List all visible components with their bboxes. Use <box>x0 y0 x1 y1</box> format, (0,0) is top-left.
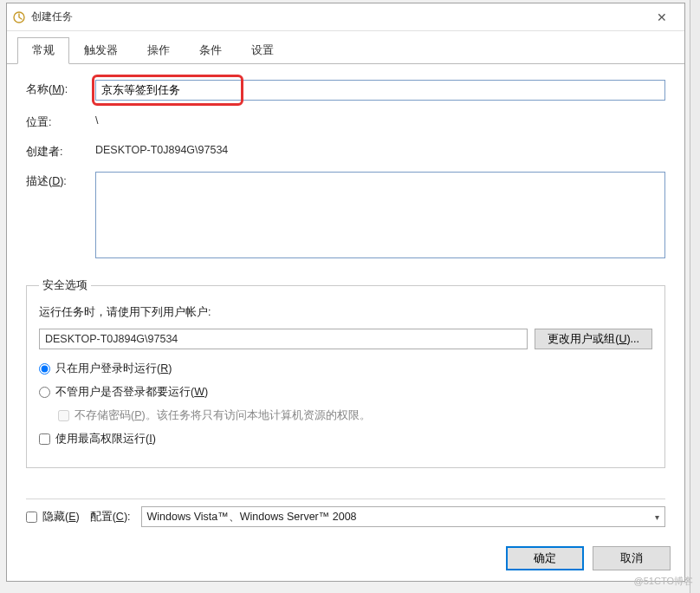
create-task-dialog: 创建任务 ✕ 常规 触发器 操作 条件 设置 名称(M): 位置: \ 创建者:… <box>6 3 685 582</box>
background-sliver <box>690 0 700 593</box>
checkbox-hidden[interactable]: 隐藏(E) <box>26 510 80 525</box>
radio-run-whether-logged-on-input[interactable] <box>39 387 50 398</box>
tab-triggers[interactable]: 触发器 <box>69 37 133 63</box>
radio-run-whether-logged-on[interactable]: 不管用户是否登录都要运行(W) <box>39 385 652 400</box>
name-input[interactable] <box>95 80 665 101</box>
security-prompt: 运行任务时，请使用下列用户帐户: <box>39 305 652 320</box>
radio-run-only-logged-on[interactable]: 只在用户登录时运行(R) <box>39 362 652 376</box>
security-legend: 安全选项 <box>39 278 91 293</box>
checkbox-highest-privileges[interactable]: 使用最高权限运行(I) <box>39 432 652 446</box>
author-label: 创建者: <box>26 142 95 160</box>
tab-actions[interactable]: 操作 <box>133 37 185 63</box>
checkbox-hidden-input[interactable] <box>26 512 37 523</box>
tab-conditions[interactable]: 条件 <box>185 37 237 63</box>
close-button[interactable]: ✕ <box>645 10 679 24</box>
tab-content-general: 名称(M): 位置: \ 创建者: DESKTOP-T0J894G\97534 … <box>7 64 684 536</box>
tab-bar: 常规 触发器 操作 条件 设置 <box>7 31 684 64</box>
clock-icon <box>12 10 26 24</box>
name-label: 名称(M): <box>26 80 95 97</box>
ok-button[interactable]: 确定 <box>506 546 584 570</box>
window-title: 创建任务 <box>31 10 645 24</box>
radio-run-only-logged-on-input[interactable] <box>39 363 50 375</box>
run-as-account: DESKTOP-T0J894G\97534 <box>39 329 528 349</box>
checkbox-do-not-store-password: 不存储密码(P)。该任务将只有访问本地计算机资源的权限。 <box>58 408 652 423</box>
dialog-footer: 确定 取消 <box>7 536 684 581</box>
chevron-down-icon: ▾ <box>655 512 659 522</box>
checkbox-do-not-store-password-input <box>58 410 69 421</box>
checkbox-highest-privileges-input[interactable] <box>39 433 50 445</box>
watermark: @51CTO博客 <box>634 575 693 588</box>
location-label: 位置: <box>26 113 95 130</box>
configure-for-label: 配置(C): <box>90 510 131 525</box>
description-label: 描述(D): <box>26 172 95 189</box>
security-options-group: 安全选项 运行任务时，请使用下列用户帐户: DESKTOP-T0J894G\97… <box>26 278 665 468</box>
cancel-button[interactable]: 取消 <box>593 546 671 570</box>
titlebar: 创建任务 ✕ <box>7 3 684 31</box>
configure-for-value: Windows Vista™、Windows Server™ 2008 <box>147 510 357 525</box>
tab-general[interactable]: 常规 <box>17 37 69 64</box>
author-value: DESKTOP-T0J894G\97534 <box>95 142 665 158</box>
configure-for-select[interactable]: Windows Vista™、Windows Server™ 2008 ▾ <box>141 506 665 527</box>
change-user-button[interactable]: 更改用户或组(U)... <box>535 329 652 349</box>
description-input[interactable] <box>95 172 665 258</box>
tab-settings[interactable]: 设置 <box>237 37 288 63</box>
location-value: \ <box>95 113 665 128</box>
